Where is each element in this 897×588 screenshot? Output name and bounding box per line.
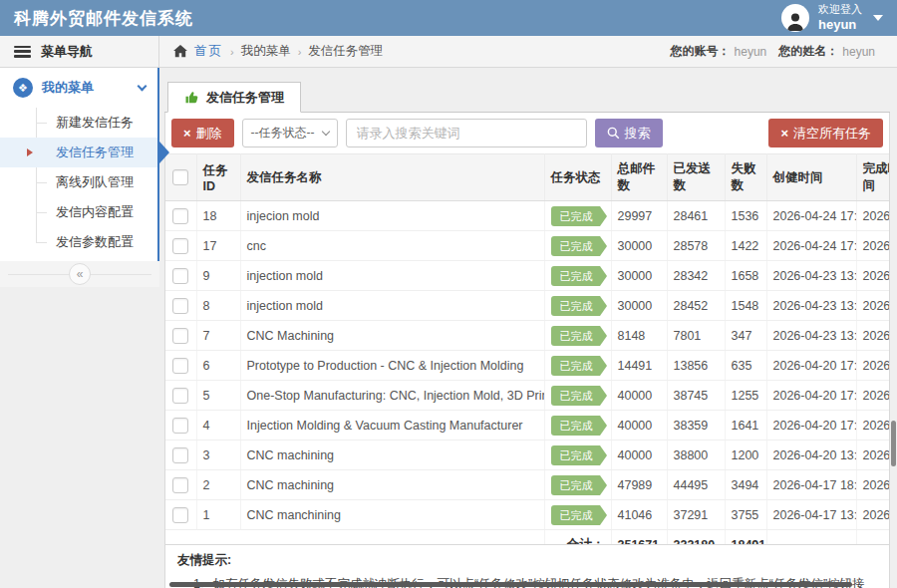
row-checkbox[interactable] [172,298,188,314]
row-checkbox[interactable] [172,388,188,404]
avatar[interactable] [781,4,809,32]
tab-label: 发信任务管理 [206,89,284,107]
task-status-cell: 已完成 [544,231,611,261]
task-status-select[interactable]: --任务状态-- [242,119,338,147]
table-header-row: 任务ID 发信任务名称 任务状态 总邮件数 已发送数 失败数 创健时间 完成时间 [165,154,889,201]
home-icon [173,45,187,58]
chevron-down-icon [138,81,148,91]
sidebar-item[interactable]: 发信内容配置 [0,197,157,227]
sidebar-group-my-menu[interactable]: ❖ 我的菜单 [0,68,157,108]
chevron-down-icon[interactable] [873,15,883,21]
name-value: heyun [842,45,875,59]
status-badge: 已完成 [551,505,600,525]
total-mails-cell: 40000 [611,411,667,441]
breadcrumb-home[interactable]: 首页 [194,43,223,60]
task-id-cell: 5 [196,381,240,411]
task-status-cell: 已完成 [544,381,611,411]
status-badge: 已完成 [551,266,600,286]
menu-toggle[interactable]: 菜单导航 [0,36,159,67]
row-checkbox[interactable] [172,418,188,434]
account-value: heyun [735,45,767,59]
task-name-cell: Injection Molding & Vacuum Casting Manuf… [240,411,544,441]
task-status-cell: 已完成 [544,201,611,231]
clear-all-tasks-button[interactable]: × 清空所有任务 [768,119,883,147]
task-name-cell: CNC manchining [240,500,544,530]
row-checkbox[interactable] [172,358,188,374]
created-time-cell: 2026-04-20 13:19:17 [766,441,856,470]
search-input[interactable] [346,119,587,147]
created-time-cell: 2026-04-23 13:23:32 [766,291,856,321]
sidebar-item-label: 发信内容配置 [56,203,134,221]
table-row: 3CNC machining已完成400003880012002026-04-2… [165,441,889,470]
row-checkbox-cell [165,261,196,291]
task-id-cell: 2 [196,470,240,500]
row-checkbox[interactable] [172,477,188,493]
task-name-cell: injecion mold [240,201,544,231]
sidebar-item[interactable]: 离线列队管理 [0,167,157,197]
delete-button[interactable]: × 删除 [171,119,234,147]
row-checkbox[interactable] [172,447,188,463]
row-checkbox-cell [165,411,196,441]
failed-count-cell: 1548 [725,291,766,321]
sidebar-item[interactable]: 发信任务管理 [0,138,157,167]
row-checkbox-cell [165,381,196,411]
vertical-scrollbar[interactable] [891,421,896,466]
total-mails-cell: 30000 [611,291,667,321]
task-status-cell: 已完成 [544,411,611,441]
table-row: 4Injection Molding & Vacuum Casting Manu… [165,411,889,441]
task-id-cell: 18 [196,201,240,231]
finished-time-cell: 2026 [856,201,889,231]
created-time-cell: 2026-04-23 13:17:36 [766,321,856,351]
welcome-text: 欢迎登入 heyun [818,2,862,33]
account-info: 您的账号： heyun 您的姓名： heyun [671,36,897,67]
sent-count-cell: 7801 [667,321,725,351]
row-checkbox[interactable] [172,268,188,284]
breadcrumb-my-menu[interactable]: 我的菜单 [241,43,291,60]
sent-count-cell: 28578 [667,231,725,261]
row-checkbox[interactable] [172,507,188,523]
failed-count-cell: 1641 [725,411,766,441]
task-name-cell: CNC Machining [240,321,544,351]
select-all-checkbox[interactable] [172,169,188,185]
sent-count-cell: 28461 [667,201,725,231]
task-status-cell: 已完成 [544,351,611,381]
total-mails-cell: 40000 [611,381,667,411]
horizontal-scrollbar[interactable] [169,582,852,587]
welcome-label: 欢迎登入 [818,2,862,16]
hamburger-icon[interactable] [14,46,31,58]
user-menu[interactable]: 欢迎登入 heyun [781,2,883,33]
search-icon [607,127,620,140]
menu-toggle-label: 菜单导航 [41,43,93,61]
tab-task-management[interactable]: 发信任务管理 [167,82,301,113]
chevron-down-icon [321,128,329,136]
row-checkbox[interactable] [172,238,188,254]
collapse-sidebar-button[interactable]: « [69,263,91,285]
created-time-cell: 2026-04-24 17:38:39 [766,231,856,261]
sent-count-cell: 38359 [667,411,725,441]
table-row: 18injecion mold已完成299972846115362026-04-… [165,201,889,231]
search-button[interactable]: 搜索 [595,119,663,147]
thumbs-up-icon [184,90,199,105]
row-checkbox[interactable] [172,208,188,224]
task-table-body: 18injecion mold已完成299972846115362026-04-… [165,201,889,530]
task-status-select-value: --任务状态-- [251,125,315,142]
task-table: 任务ID 发信任务名称 任务状态 总邮件数 已发送数 失败数 创健时间 完成时间… [165,153,889,560]
finished-time-cell: 2026 [856,500,889,530]
task-name-cell: injection mold [240,261,544,291]
total-mails-cell: 8148 [611,321,667,351]
breadcrumb: 首页 › 我的菜单 › 发信任务管理 [159,36,671,67]
row-checkbox[interactable] [172,328,188,344]
top-bar: 科腾外贸邮件发信系统 欢迎登入 heyun [0,0,897,36]
content-panel: × 删除 --任务状态-- 搜索 × 清空所有任务 [164,113,890,561]
created-time-cell: 2026-04-20 17:32:42 [766,351,856,381]
status-badge: 已完成 [551,236,600,256]
task-name-cell: One-Stop Manufacturing: CNC, Injection M… [240,381,544,411]
failed-count-cell: 1658 [725,261,766,291]
sub-bar: 菜单导航 首页 › 我的菜单 › 发信任务管理 您的账号： heyun 您的姓名… [0,36,897,68]
header-checkbox-cell [165,154,196,201]
sidebar-item[interactable]: 新建发信任务 [0,108,157,138]
sidebar-item-label: 发信任务管理 [56,144,134,161]
sidebar-item[interactable]: 发信参数配置 [0,227,157,257]
clear-all-tasks-label: 清空所有任务 [793,125,871,143]
status-badge: 已完成 [551,445,600,465]
